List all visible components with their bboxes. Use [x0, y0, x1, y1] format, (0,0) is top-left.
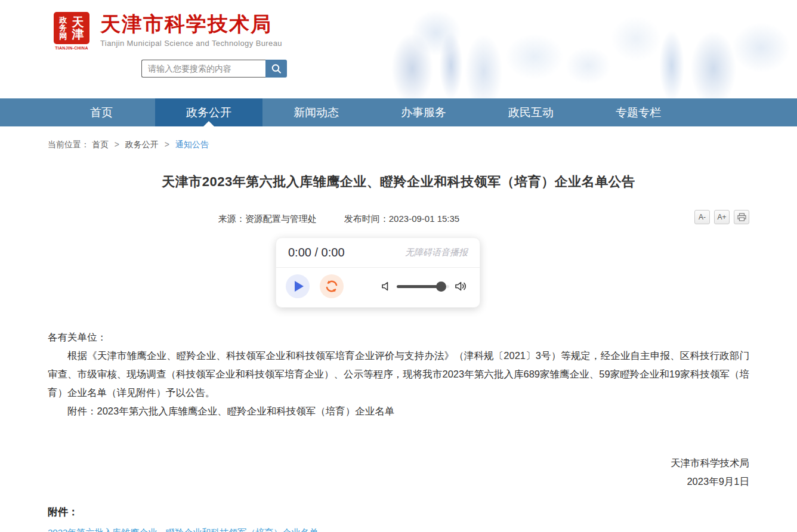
salutation: 各有关单位： — [48, 328, 749, 347]
breadcrumb-separator: > — [165, 140, 169, 149]
volume-thumb[interactable] — [436, 282, 446, 292]
breadcrumb-home[interactable]: 首页 — [92, 140, 109, 149]
nav-item-news[interactable]: 新闻动态 — [262, 98, 370, 126]
article-title: 天津市2023年第六批入库雏鹰企业、瞪羚企业和科技领军（培育）企业名单公告 — [48, 173, 749, 191]
nav-item-special-columns[interactable]: 专题专栏 — [585, 98, 692, 126]
site-header: 政务网 天津 TIANJIN-CHINA 天津市科学技术局 Tianjin Mu… — [0, 0, 797, 98]
breadcrumb-gov-disclosure[interactable]: 政务公开 — [125, 140, 159, 149]
nav-label: 政务公开 — [186, 106, 231, 119]
site-title: 天津市科学技术局 — [100, 12, 282, 36]
search-bar — [141, 60, 287, 78]
source-label: 来源： — [218, 214, 245, 224]
play-icon — [295, 281, 304, 292]
article-meta: 来源：资源配置与管理处发布时间：2023-09-01 15:35 — [0, 210, 690, 228]
font-increase-button[interactable]: A+ — [714, 210, 730, 224]
brand: 政务网 天津 TIANJIN-CHINA 天津市科学技术局 Tianjin Mu… — [52, 0, 749, 50]
article-body: 各有关单位： 根据《天津市雏鹰企业、瞪羚企业、科技领军企业和科技领军培育企业评价… — [48, 328, 749, 420]
brand-text: 天津市科学技术局 Tianjin Municipal Science and T… — [100, 12, 282, 48]
breadcrumb-label: 当前位置： — [48, 140, 89, 149]
volume-loud-icon[interactable] — [455, 281, 468, 292]
nav-label: 政民互动 — [508, 106, 554, 119]
signature-org: 天津市科学技术局 — [48, 454, 749, 472]
main-nav: 首页 政务公开 新闻动态 办事服务 政民互动 专题专栏 — [0, 98, 797, 126]
publish-time-value: 2023-09-01 15:35 — [389, 214, 459, 224]
replay-icon — [325, 279, 339, 293]
font-decrease-button[interactable]: A- — [694, 210, 710, 224]
volume-slider-fill — [397, 285, 441, 288]
nav-item-gov-disclosure[interactable]: 政务公开 — [155, 98, 262, 126]
nav-label: 首页 — [90, 106, 113, 119]
search-icon — [271, 63, 282, 74]
player-caption: 无障碍语音播报 — [405, 247, 468, 258]
print-icon — [737, 213, 746, 221]
replay-button[interactable] — [320, 274, 344, 298]
article-tools: A- A+ — [694, 210, 749, 224]
seal-caption: TIANJIN-CHINA — [52, 46, 91, 50]
audio-player-controls — [276, 268, 480, 307]
nav-item-services[interactable]: 办事服务 — [370, 98, 477, 126]
seal-text-right: 天津 — [71, 16, 84, 41]
signature-block: 天津市科学技术局 2023年9月1日 — [48, 454, 749, 491]
play-button[interactable] — [286, 274, 310, 298]
volume-controls — [381, 281, 468, 292]
breadcrumb-separator: > — [115, 140, 119, 149]
nav-label: 新闻动态 — [294, 106, 339, 119]
volume-quiet-icon[interactable] — [381, 281, 391, 292]
nav-item-interaction[interactable]: 政民互动 — [477, 98, 585, 126]
seal-icon: 政务网 天津 — [54, 12, 89, 44]
nav-label: 专题专栏 — [616, 106, 661, 119]
breadcrumb: 当前位置： 首页 > 政务公开 > 通知公告 — [48, 140, 749, 150]
article-meta-row: 来源：资源配置与管理处发布时间：2023-09-01 15:35 A- A+ — [48, 210, 749, 228]
breadcrumb-notices[interactable]: 通知公告 — [175, 140, 209, 149]
attachment-download-link[interactable]: 2023年第六批入库雏鹰企业、瞪羚企业和科技领军（培育）企业名单 — [48, 527, 318, 532]
audio-player-header: 0:00 / 0:00 无障碍语音播报 — [276, 238, 480, 268]
seal-text-left: 政务网 — [59, 16, 67, 40]
source-value: 资源配置与管理处 — [245, 214, 317, 224]
volume-slider[interactable] — [397, 285, 449, 288]
publish-time-label: 发布时间： — [344, 214, 389, 224]
search-input[interactable] — [141, 60, 265, 78]
attachments-heading: 附件： — [48, 505, 749, 519]
paragraph: 根据《天津市雏鹰企业、瞪羚企业、科技领军企业和科技领军培育企业评价与支持办法》（… — [48, 347, 749, 402]
player-time: 0:00 / 0:00 — [288, 246, 345, 259]
print-button[interactable] — [734, 210, 749, 224]
attachments-section: 附件： 2023年第六批入库雏鹰企业、瞪羚企业和科技领军（培育）企业名单 — [48, 505, 749, 532]
main-content: 当前位置： 首页 > 政务公开 > 通知公告 天津市2023年第六批入库雏鹰企业… — [48, 140, 749, 532]
audio-player: 0:00 / 0:00 无障碍语音播报 — [276, 237, 480, 308]
attachment-mention-line: 附件：2023年第六批入库雏鹰企业、瞪羚企业和科技领军（培育）企业名单 — [48, 402, 749, 420]
nav-label: 办事服务 — [401, 106, 446, 119]
tianjin-gov-seal-logo[interactable]: 政务网 天津 TIANJIN-CHINA — [52, 12, 91, 50]
active-tab-arrow — [203, 121, 214, 126]
nav-item-home[interactable]: 首页 — [48, 98, 155, 126]
site-subtitle: Tianjin Municipal Science and Technology… — [100, 39, 282, 48]
search-button[interactable] — [265, 60, 287, 78]
signature-date: 2023年9月1日 — [48, 472, 749, 491]
